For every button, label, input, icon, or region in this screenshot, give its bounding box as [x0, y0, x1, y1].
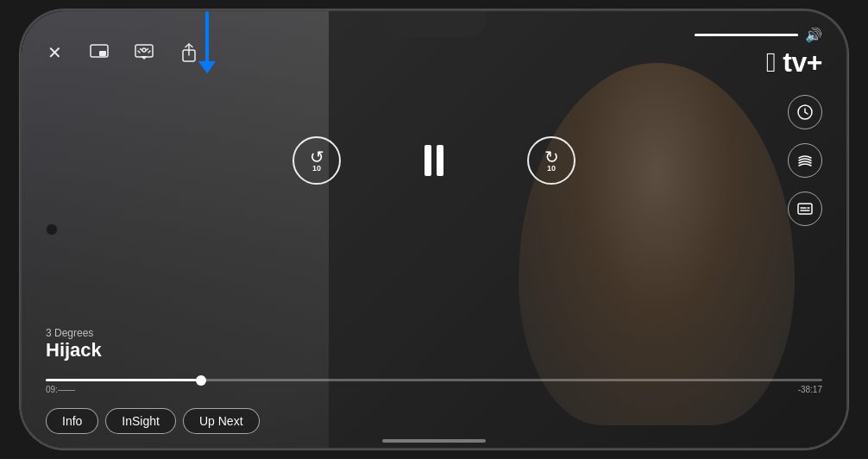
rewind-seconds: 10	[312, 164, 321, 173]
tab-insight[interactable]: InSight	[105, 408, 176, 434]
phone-screen: ✕	[22, 11, 846, 448]
volume-bar[interactable]	[695, 34, 798, 36]
apple-tv-logo:  tv+	[766, 47, 822, 79]
notch	[382, 11, 486, 37]
title-area: 3 Degrees Hijack	[46, 327, 102, 362]
pause-icon	[425, 145, 443, 176]
svg-rect-6	[798, 204, 812, 214]
current-time: 09:——	[46, 385, 75, 394]
forward-button[interactable]: ↻ 10	[527, 136, 576, 185]
share-button[interactable]	[177, 41, 201, 65]
power-button	[846, 141, 848, 210]
remaining-time: -38:17	[798, 385, 822, 394]
volume-row: 🔊	[695, 27, 822, 43]
spacer	[22, 233, 846, 379]
camera-cutout	[46, 223, 58, 236]
picture-in-picture-button[interactable]	[87, 41, 111, 65]
close-button[interactable]: ✕	[42, 41, 66, 65]
top-right-area: 🔊  tv+	[695, 27, 822, 79]
tab-up-next[interactable]: Up Next	[183, 408, 260, 434]
svg-rect-1	[99, 51, 106, 56]
right-side-controls	[788, 95, 822, 226]
svg-point-3	[142, 48, 146, 52]
controls-overlay: ✕	[22, 11, 846, 448]
top-left-controls: ✕	[42, 41, 201, 65]
middle-area: ↺ 10 ↻ 10	[22, 87, 846, 233]
forward-seconds: 10	[547, 164, 556, 173]
time-labels: 09:—— -38:17	[46, 385, 822, 394]
volume-icon: 🔊	[805, 27, 822, 43]
audio-tracks-button[interactable]	[788, 143, 822, 178]
show-episode: 3 Degrees	[46, 327, 102, 339]
playback-speed-button[interactable]	[788, 95, 822, 129]
subtitles-button[interactable]	[788, 192, 822, 226]
apple-logo-icon: 	[766, 47, 776, 78]
volume-fill	[695, 34, 798, 36]
pause-bar-right	[437, 145, 443, 176]
show-title: Hijack	[46, 339, 102, 362]
airplay-button[interactable]	[132, 41, 156, 65]
progress-thumb	[196, 375, 206, 386]
home-indicator	[382, 439, 486, 443]
tab-info[interactable]: Info	[46, 408, 98, 434]
pause-button[interactable]	[410, 136, 458, 185]
progress-area: 09:—— -38:17	[22, 379, 846, 394]
playback-controls: ↺ 10 ↻ 10	[292, 136, 576, 185]
rewind-icon: ↺	[310, 148, 324, 166]
progress-fill	[46, 379, 201, 381]
tv-plus-text: tv+	[783, 47, 822, 78]
pause-bar-left	[425, 145, 431, 176]
forward-icon: ↻	[544, 148, 559, 166]
progress-track[interactable]	[46, 379, 822, 381]
phone-frame: ✕	[20, 9, 848, 450]
rewind-button[interactable]: ↺ 10	[292, 136, 341, 185]
